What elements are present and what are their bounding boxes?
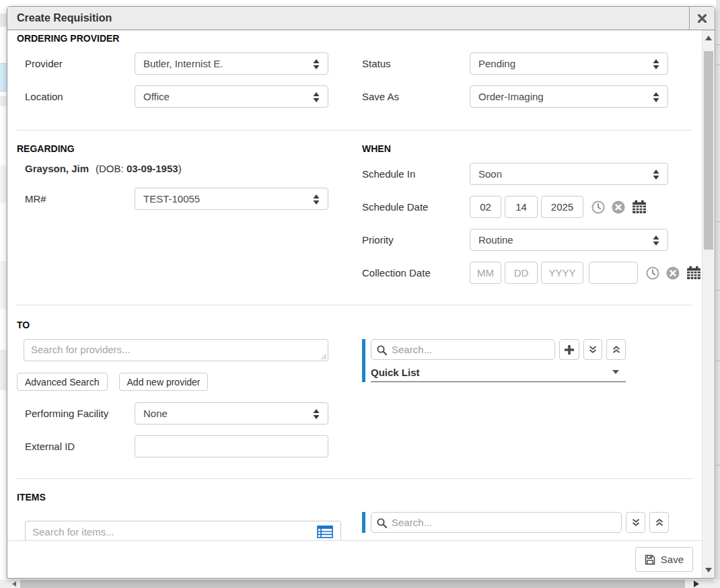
background-block bbox=[0, 166, 7, 203]
section-divider bbox=[17, 130, 692, 131]
provider-select-value: Butler, Internist E. bbox=[143, 58, 223, 69]
advanced-search-button[interactable]: Advanced Search bbox=[17, 373, 108, 391]
schedule-in-label: Schedule In bbox=[362, 168, 470, 180]
clock-icon bbox=[646, 266, 659, 280]
background-line bbox=[716, 221, 720, 222]
status-select[interactable]: Pending bbox=[470, 52, 668, 75]
mr-number-select[interactable]: TEST-10055 bbox=[135, 188, 328, 210]
vertical-scrollbar-thumb[interactable] bbox=[704, 51, 713, 250]
background-line bbox=[716, 361, 720, 361]
horizontal-scrollbar-thumb[interactable] bbox=[20, 580, 685, 588]
scroll-right-arrow-icon[interactable] bbox=[694, 581, 699, 587]
save-floppy-icon bbox=[645, 554, 655, 565]
background-line bbox=[716, 44, 720, 45]
scroll-left-arrow-icon[interactable] bbox=[12, 581, 16, 587]
provider-search-textarea[interactable] bbox=[24, 339, 328, 361]
scroll-up-arrow-icon[interactable] bbox=[705, 36, 712, 40]
select-caret-icon bbox=[313, 92, 320, 102]
regarding-section: REGARDING Grayson, Jim (DOB: 03-09-1953)… bbox=[17, 143, 351, 284]
save-as-select-value: Order-Imaging bbox=[478, 91, 544, 102]
background-block bbox=[0, 261, 7, 309]
page-horizontal-scrollbar[interactable] bbox=[0, 580, 720, 588]
collection-date-clear-button[interactable] bbox=[666, 266, 680, 280]
background-block bbox=[0, 350, 7, 390]
save-button-label: Save bbox=[661, 554, 684, 565]
to-expand-all-button[interactable] bbox=[583, 339, 603, 360]
background-page-left bbox=[0, 0, 7, 588]
section-title-regarding: REGARDING bbox=[17, 143, 351, 154]
schedule-date-clear-button[interactable] bbox=[612, 200, 625, 214]
provider-select[interactable]: Butler, Internist E. bbox=[135, 52, 328, 75]
ordering-provider-section: Provider Butler, Internist E. Location O… bbox=[17, 52, 692, 118]
add-new-provider-button[interactable]: Add new provider bbox=[119, 373, 209, 391]
collection-time-input[interactable] bbox=[589, 262, 638, 284]
schedule-date-month-input[interactable] bbox=[470, 196, 501, 218]
collection-date-day-input[interactable] bbox=[505, 262, 538, 284]
items-quick-search-input[interactable] bbox=[390, 513, 617, 532]
select-caret-icon bbox=[313, 194, 320, 205]
background-line bbox=[716, 65, 720, 65]
clear-circle-icon bbox=[666, 266, 680, 280]
calendar-icon bbox=[686, 266, 701, 280]
quick-list-label: Quick List bbox=[371, 367, 420, 378]
clock-icon bbox=[591, 200, 605, 214]
plus-icon bbox=[564, 344, 575, 355]
search-icon bbox=[377, 345, 387, 355]
quick-list-header[interactable]: Quick List bbox=[371, 363, 626, 382]
select-caret-icon bbox=[313, 409, 320, 419]
scroll-down-arrow-icon[interactable] bbox=[705, 568, 712, 573]
items-collapse-all-button[interactable] bbox=[649, 512, 669, 533]
schedule-date-now-button[interactable] bbox=[591, 200, 605, 214]
close-icon bbox=[698, 14, 707, 23]
priority-label: Priority bbox=[362, 234, 470, 246]
to-collapse-all-button[interactable] bbox=[606, 339, 626, 360]
schedule-in-select[interactable]: Soon bbox=[470, 163, 668, 185]
background-block bbox=[0, 13, 7, 27]
external-id-label: External ID bbox=[17, 441, 135, 452]
collection-date-calendar-button[interactable] bbox=[686, 266, 701, 280]
item-table-icon bbox=[317, 525, 333, 538]
schedule-date-day-input[interactable] bbox=[505, 196, 538, 218]
select-caret-icon bbox=[653, 59, 659, 69]
collection-date-now-button[interactable] bbox=[646, 266, 659, 280]
mr-number-label: MR# bbox=[17, 193, 135, 205]
performing-facility-select[interactable]: None bbox=[135, 402, 328, 425]
double-chevron-down-icon bbox=[588, 345, 598, 355]
collection-date-year-input[interactable] bbox=[541, 262, 583, 284]
items-quick-panel bbox=[362, 512, 669, 533]
clear-circle-icon bbox=[612, 200, 625, 214]
create-requisition-dialog: Create Requisition ORDERING PROVIDER Pro… bbox=[7, 6, 715, 579]
schedule-date-calendar-button[interactable] bbox=[632, 200, 647, 214]
close-button[interactable] bbox=[689, 7, 715, 30]
select-caret-icon bbox=[653, 92, 659, 102]
item-browse-button[interactable] bbox=[317, 525, 333, 538]
save-button[interactable]: Save bbox=[635, 547, 693, 572]
item-search-input[interactable] bbox=[25, 521, 341, 540]
schedule-date-year-input[interactable] bbox=[541, 196, 583, 218]
search-icon bbox=[377, 518, 387, 528]
external-id-input[interactable] bbox=[135, 435, 328, 457]
dialog-vertical-scrollbar[interactable] bbox=[702, 30, 715, 578]
section-title-to: TO bbox=[17, 320, 692, 330]
patient-dob: (DOB: 03-09-1953) bbox=[96, 163, 182, 174]
add-to-quick-list-button[interactable] bbox=[559, 339, 579, 360]
double-chevron-down-icon bbox=[631, 518, 641, 527]
section-divider bbox=[17, 478, 692, 479]
items-quick-search bbox=[371, 512, 622, 533]
dialog-title: Create Requisition bbox=[17, 12, 112, 24]
collection-date-label: Collection Date bbox=[362, 267, 470, 279]
triangle-down-icon bbox=[612, 370, 619, 374]
items-expand-all-button[interactable] bbox=[626, 512, 645, 533]
section-divider bbox=[17, 305, 692, 305]
select-caret-icon bbox=[653, 235, 659, 246]
save-as-select[interactable]: Order-Imaging bbox=[470, 85, 668, 108]
background-line bbox=[716, 465, 720, 466]
location-select[interactable]: Office bbox=[135, 85, 328, 108]
dialog-header: Create Requisition bbox=[7, 7, 715, 30]
to-quick-search-input[interactable] bbox=[390, 340, 550, 359]
collection-date-month-input[interactable] bbox=[470, 262, 501, 284]
patient-summary: Grayson, Jim (DOB: 03-09-1953) bbox=[17, 163, 351, 174]
priority-select[interactable]: Routine bbox=[470, 229, 668, 251]
priority-select-value: Routine bbox=[478, 234, 513, 246]
items-section bbox=[17, 503, 692, 540]
